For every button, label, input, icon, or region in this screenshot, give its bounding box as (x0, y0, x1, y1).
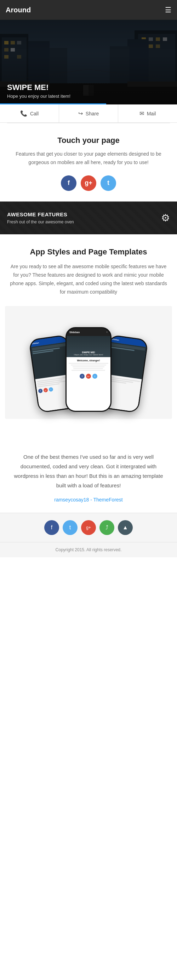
features-banner: AWESOME FEATURES Fresh out of the our aw… (0, 202, 177, 234)
facebook-icon: f (68, 179, 70, 187)
testimonial-section: One of the best themes I've used so far … (0, 441, 177, 513)
share-icon: ↪ (78, 110, 83, 117)
footer-scrollup-button[interactable]: ▲ (118, 520, 133, 535)
share-button[interactable]: ↪ Share (59, 105, 118, 123)
features-title: AWESOME FEATURES (7, 212, 74, 217)
mail-button[interactable]: ✉ Mail (118, 105, 177, 123)
footer-googleplus-icon: g+ (86, 525, 91, 530)
app-section: App Styles and Page Templates Are you re… (0, 234, 177, 441)
app-title-text: App Styles and Page Templates (8, 247, 169, 257)
touch-text: Features that get you closer to your pag… (10, 150, 167, 167)
footer-facebook-icon: f (51, 524, 52, 531)
svg-rect-3 (4, 41, 8, 45)
phone-front: Slideban ≡ SWIPE ME! Hope you enjoy our … (66, 327, 111, 412)
app-header: Around ☰ (0, 0, 177, 20)
mail-icon: ✉ (140, 110, 144, 117)
app-title: Around (6, 6, 31, 14)
action-bar: 📞 Call ↪ Share ✉ Mail (0, 105, 177, 123)
footer-share-button[interactable]: ⤴ (100, 520, 114, 535)
footer-share-icon: ⤴ (106, 524, 108, 531)
svg-rect-6 (4, 48, 8, 51)
hero-progress-line (0, 103, 177, 105)
google-plus-button[interactable]: g+ (81, 175, 96, 191)
svg-rect-5 (17, 41, 21, 45)
svg-rect-4 (11, 41, 15, 45)
twitter-icon: t (107, 179, 109, 187)
features-subtitle: Fresh out of the our awesome oven (7, 220, 74, 224)
features-content: AWESOME FEATURES Fresh out of the our aw… (7, 212, 74, 224)
facebook-button[interactable]: f (61, 175, 76, 191)
svg-rect-12 (142, 37, 146, 41)
twitter-button[interactable]: t (101, 175, 116, 191)
share-label: Share (86, 111, 99, 116)
footer-twitter-icon: t (69, 524, 71, 531)
svg-rect-14 (156, 37, 160, 41)
google-plus-icon: g+ (85, 179, 92, 187)
footer-social: f t g+ ⤴ ▲ (0, 513, 177, 542)
footer-twitter-button[interactable]: t (63, 520, 77, 535)
testimonial-link[interactable]: ramseycosay18 - ThemeForest (54, 497, 122, 503)
hero-sub-text: Hope you enjoy our latest item! (7, 94, 170, 99)
svg-rect-16 (142, 45, 146, 48)
call-icon: 📞 (20, 110, 27, 117)
copyright-text: Copyright 2015. All rights reserved. (56, 547, 122, 552)
svg-line-29 (88, 69, 177, 81)
touch-section: Touch your page Features that get you cl… (0, 123, 177, 202)
touch-title: Touch your page (10, 136, 167, 145)
svg-rect-7 (11, 48, 15, 51)
footer-googleplus-button[interactable]: g+ (81, 520, 96, 535)
hero-swipe-text: SWIPE ME! (7, 83, 170, 92)
svg-rect-9 (17, 55, 21, 59)
menu-icon[interactable]: ☰ (165, 6, 171, 14)
footer-facebook-button[interactable]: f (44, 520, 59, 535)
app-description: Are you ready to see all the awesome mob… (8, 262, 169, 296)
footer-scrollup-icon: ▲ (122, 524, 128, 531)
call-label: Call (30, 111, 39, 116)
mail-label: Mail (147, 111, 156, 116)
phone-mockup-container: Slideban f g+ t (5, 306, 172, 419)
hero-content: SWIPE ME! Hope you enjoy our latest item… (7, 83, 170, 99)
svg-rect-18 (156, 45, 160, 48)
testimonial-text: One of the best themes I've used so far … (10, 452, 167, 490)
touch-social-icons: f g+ t (10, 175, 167, 191)
svg-line-28 (0, 69, 88, 81)
svg-rect-8 (4, 55, 8, 59)
hero-section: SWIPE ME! Hope you enjoy our latest item… (0, 20, 177, 105)
svg-rect-13 (149, 37, 153, 41)
gear-icon[interactable]: ⚙ (161, 212, 170, 224)
svg-rect-15 (163, 37, 167, 41)
svg-rect-17 (149, 45, 153, 48)
footer-copyright: Copyright 2015. All rights reserved. (0, 542, 177, 557)
call-button[interactable]: 📞 Call (0, 105, 59, 123)
